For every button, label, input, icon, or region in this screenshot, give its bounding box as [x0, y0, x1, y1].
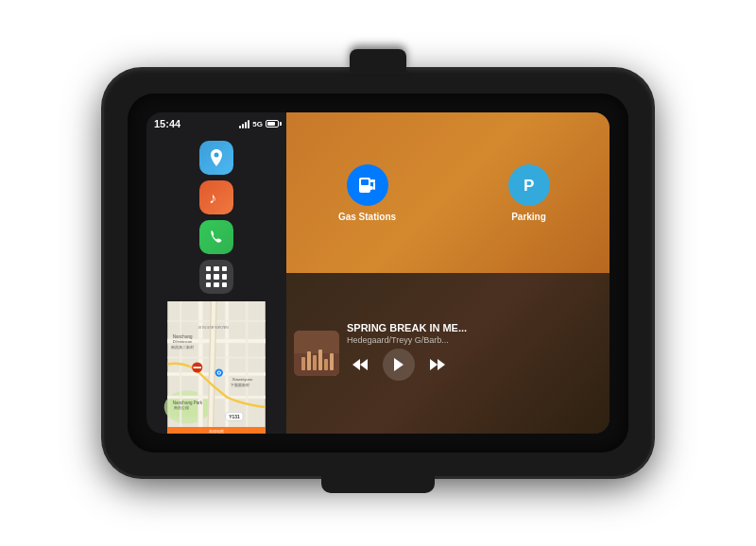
- svg-rect-39: [361, 179, 369, 185]
- svg-text:Di'erxincun: Di'erxincun: [173, 339, 193, 344]
- status-icons: 5G: [239, 120, 279, 128]
- svg-text:Y131: Y131: [229, 415, 240, 419]
- svg-marker-56: [438, 359, 445, 370]
- signal-bars-icon: [239, 120, 249, 128]
- right-panel: Gas Stations P Parking: [286, 112, 610, 434]
- svg-marker-54: [394, 358, 404, 371]
- app-icon-grid[interactable]: [199, 260, 233, 294]
- svg-rect-50: [324, 359, 328, 370]
- status-time: 15:44: [154, 118, 180, 129]
- app-icon-phone[interactable]: [199, 220, 233, 254]
- svg-rect-47: [307, 351, 311, 370]
- battery-icon: [266, 120, 279, 128]
- svg-point-0: [215, 153, 219, 158]
- parking-button[interactable]: P Parking: [454, 118, 604, 267]
- music-controls: [347, 345, 602, 384]
- music-info: SPRING BREAK IN ME... Hedegaard/Treyy G/…: [347, 322, 602, 345]
- app-icons-sidebar: ♪: [146, 133, 286, 301]
- left-panel: 15:44 5G: [146, 112, 286, 434]
- device-body: 15:44 5G: [104, 70, 652, 476]
- parking-label: Parking: [511, 212, 546, 222]
- rewind-button[interactable]: [347, 351, 373, 378]
- app-icon-music[interactable]: ♪: [199, 180, 233, 214]
- app-icon-maps[interactable]: [199, 141, 233, 175]
- svg-rect-41: [373, 182, 375, 190]
- parking-icon: P: [508, 164, 550, 206]
- svg-rect-45: [294, 331, 339, 353]
- signal-type: 5G: [252, 120, 263, 128]
- map-area: Y131 BAOAN AVENUE Nanchang Di'erxincun 南…: [146, 301, 286, 434]
- svg-text:P: P: [524, 177, 534, 195]
- music-title: SPRING BREAK IN ME...: [347, 322, 602, 333]
- svg-rect-40: [370, 179, 375, 182]
- device-bezel: 15:44 5G: [128, 94, 628, 452]
- svg-text:南昌第二新村: 南昌第二新村: [171, 345, 194, 350]
- svg-text:下圆圆新村: 下圆圆新村: [231, 383, 249, 387]
- svg-text:BAOAN AVENUE: BAOAN AVENUE: [198, 326, 229, 331]
- album-art-image: [294, 331, 339, 376]
- svg-marker-52: [352, 359, 360, 370]
- play-button[interactable]: [383, 349, 415, 381]
- svg-rect-51: [330, 353, 334, 370]
- gas-stations-icon: [347, 164, 388, 206]
- svg-rect-48: [313, 355, 317, 370]
- svg-point-42: [369, 186, 373, 190]
- svg-text:Xiaweiyuan: Xiaweiyuan: [232, 377, 253, 382]
- album-art: [294, 331, 339, 376]
- svg-text:高德地图: 高德地图: [209, 429, 224, 434]
- svg-text:Nanchang Park: Nanchang Park: [173, 401, 203, 405]
- svg-marker-53: [360, 359, 368, 370]
- svg-text:♪: ♪: [209, 190, 216, 206]
- svg-rect-49: [318, 350, 322, 370]
- svg-point-35: [218, 372, 220, 374]
- forward-button[interactable]: [424, 351, 451, 378]
- svg-text:Nanchang: Nanchang: [173, 334, 193, 339]
- quick-actions-panel: Gas Stations P Parking: [286, 112, 610, 273]
- music-player: SPRING BREAK IN ME... Hedegaard/Treyy G/…: [286, 273, 610, 434]
- status-bar: 15:44 5G: [146, 112, 286, 133]
- svg-text:南昌公园: 南昌公园: [174, 405, 189, 410]
- gas-stations-button[interactable]: Gas Stations: [292, 118, 442, 267]
- gas-stations-label: Gas Stations: [338, 212, 396, 222]
- screen: 15:44 5G: [146, 112, 610, 434]
- svg-marker-55: [430, 359, 438, 370]
- music-artist: Hedegaard/Treyy G/Barb...: [347, 335, 602, 345]
- svg-rect-46: [301, 357, 305, 370]
